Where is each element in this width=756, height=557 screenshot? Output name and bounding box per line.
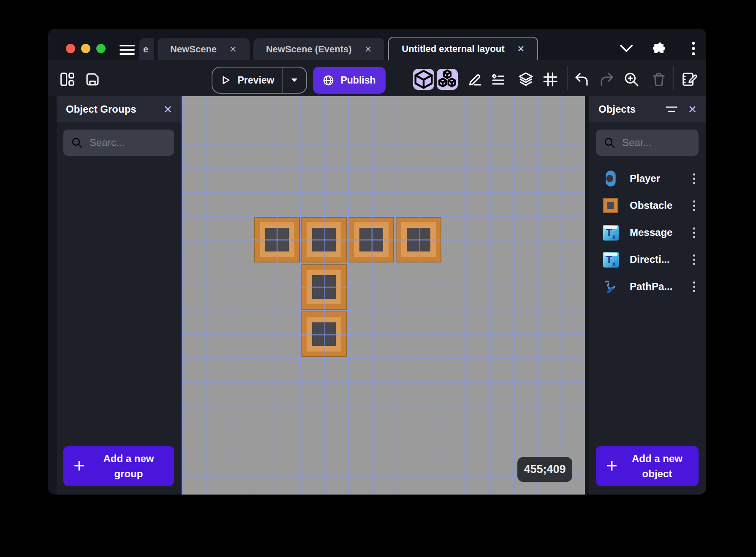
kebab-menu-icon[interactable] [691,225,698,241]
tab-newscene-events-[interactable]: NewScene (Events)✕ [253,38,385,60]
tab-label: NewScene (Events) [266,44,352,55]
plus-icon: + [73,456,85,475]
object-label: Obstacle [630,200,672,211]
object-row-obstacle[interactable]: Obstacle [589,192,706,219]
trash-icon[interactable] [651,71,667,87]
object-groups-panel: Object Groups ✕ + Add a new group [57,96,182,495]
objects-panel: Objects ✕ PlayerObstacleTxMessageTxDirec… [589,96,706,495]
text-object-icon: Tx [603,224,619,241]
obstacle-instance[interactable] [396,217,441,262]
object-groups-search [63,130,174,156]
add-group-label-line2: group [89,466,168,481]
dashboard-icon[interactable] [59,71,75,87]
obstacle-instance[interactable] [301,311,347,357]
cubes-instances-icon[interactable] [437,69,458,90]
player-icon [603,170,619,187]
text-object-icon: Tx [603,251,619,268]
publish-button[interactable]: Publish [313,67,386,94]
save-icon[interactable] [84,71,101,87]
toolbar: Preview Publish [48,60,706,96]
object-row-directi[interactable]: TxDirecti... [589,246,706,273]
zoom-in-icon[interactable] [623,71,639,87]
cursor-coordinates-badge: 455;409 [517,457,572,482]
kebab-menu-icon[interactable] [691,252,698,268]
preview-options-button[interactable] [282,68,306,93]
obstacle-instance[interactable] [254,217,300,262]
add-group-label-line1: Add a new [89,451,168,466]
tab-label: NewScene [170,44,217,55]
edit-events-icon[interactable] [681,71,697,87]
tab-label: Untitled external layout [402,43,504,54]
add-object-label-line1: Add a new [622,451,693,466]
object-groups-search-input[interactable] [90,137,166,149]
objects-search-input[interactable] [622,137,691,149]
redo-icon[interactable] [599,71,615,87]
tab-close-icon[interactable]: ✕ [229,44,237,54]
pencil-edit-icon[interactable] [467,71,483,87]
close-panel-icon[interactable]: ✕ [688,103,697,116]
add-object-label-line2: object [622,466,693,481]
tab-close-icon[interactable]: ✕ [517,44,525,54]
tab-e[interactable]: e [139,38,154,60]
object-groups-header: Object Groups ✕ [57,96,182,122]
instances-list-icon[interactable] [490,71,506,87]
toolbar-divider [673,66,674,90]
kebab-menu-icon[interactable] [691,198,698,214]
grid-overlay [182,96,585,495]
close-window-button[interactable] [66,44,75,53]
caret-down-icon [291,78,298,83]
kebab-menu-icon[interactable] [691,279,698,295]
search-icon [604,137,615,149]
object-label: Player [630,173,660,184]
search-icon [71,137,83,149]
macos-window-controls [66,44,106,53]
maximize-window-button[interactable] [96,44,106,53]
play-icon [220,75,231,86]
publish-label: Publish [340,75,375,86]
layers-icon[interactable] [518,71,534,87]
tab-newscene[interactable]: NewScene✕ [158,38,250,60]
object-groups-title: Object Groups [66,103,136,115]
object-label: PathPa... [630,281,672,292]
kebab-menu-icon[interactable] [691,171,698,187]
grid-icon[interactable] [542,71,558,87]
tab-bar: eNewScene✕NewScene (Events)✕Untitled ext… [139,37,542,60]
obstacle-instance[interactable] [301,217,347,262]
objects-title: Objects [598,103,636,115]
cube-3d-icon[interactable] [413,69,434,90]
undo-icon[interactable] [574,71,590,87]
tab-label: e [143,44,148,55]
gdevelop-window: eNewScene✕NewScene (Events)✕Untitled ext… [48,29,706,495]
titlebar: eNewScene✕NewScene (Events)✕Untitled ext… [48,29,706,60]
objects-header: Objects ✕ [589,96,706,122]
object-row-pathpa[interactable]: PathPa... [589,273,706,300]
path-edit-icon [603,278,619,295]
toolbar-divider [567,66,568,90]
plus-icon: + [606,456,617,475]
filter-icon[interactable] [665,105,678,114]
obstacle-instance[interactable] [301,264,347,310]
minimize-window-button[interactable] [81,44,90,53]
main-menu-icon[interactable] [120,45,135,55]
object-row-player[interactable]: Player [589,165,706,192]
tab-untitled-external-layout[interactable]: Untitled external layout✕ [388,37,538,60]
add-group-button[interactable]: + Add a new group [63,446,174,486]
preview-button[interactable]: Preview [212,67,307,94]
editor-body: Object Groups ✕ + Add a new group [48,96,706,495]
object-label: Directi... [630,254,670,265]
puzzle-extension-icon[interactable] [651,41,666,56]
kebab-menu-icon[interactable] [686,41,701,56]
chevron-down-icon[interactable] [619,41,634,56]
screenshot-stage: eNewScene✕NewScene (Events)✕Untitled ext… [0,0,756,557]
tab-close-icon[interactable]: ✕ [364,44,372,54]
obstacle-icon [603,197,619,214]
scene-canvas[interactable]: 455;409 [182,96,585,495]
objects-list: PlayerObstacleTxMessageTxDirecti...PathP… [589,165,706,300]
globe-icon [323,75,334,86]
obstacle-instance[interactable] [348,217,394,262]
add-object-button[interactable]: + Add a new object [596,446,699,486]
preview-label: Preview [238,75,275,86]
objects-search [596,130,699,156]
object-row-message[interactable]: TxMessage [589,219,706,246]
close-panel-icon[interactable]: ✕ [163,103,172,116]
